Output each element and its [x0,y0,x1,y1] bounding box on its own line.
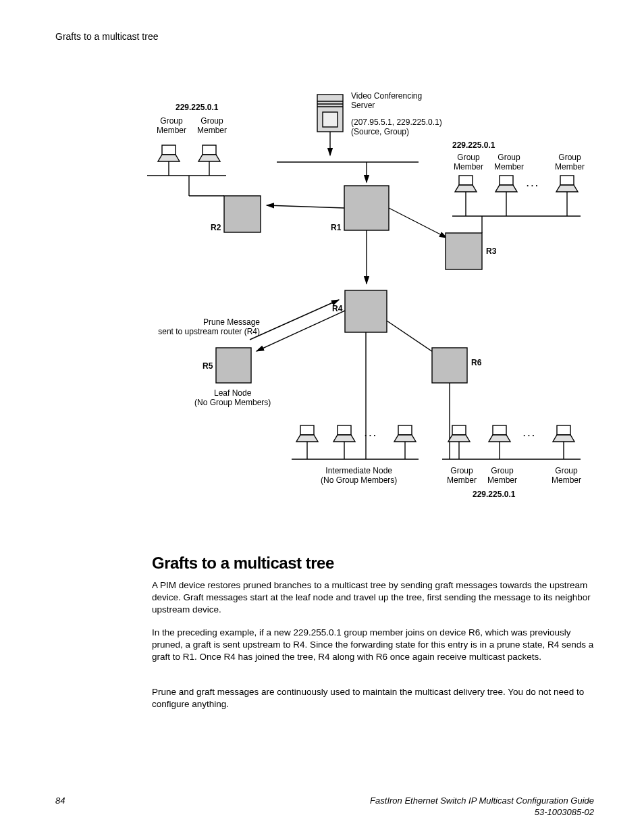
r6-label: R6 [471,358,481,367]
r4-label: R4 [332,304,342,313]
leaf-node: Leaf Node (No Group Members) [194,388,271,408]
r3-label: R3 [486,246,496,256]
svg-rect-29 [345,290,387,332]
group-addr-bottom: 229.225.0.1 [473,490,515,499]
gm-r3: Group Member [555,153,585,172]
section-title: Grafts to a multicast tree [152,554,334,573]
gm-r2: Group Member [494,153,524,172]
pc-r2 [495,176,517,216]
dots-br: . . . [523,429,535,438]
svg-rect-19 [446,233,482,269]
gm-l1: Group Member [157,116,186,136]
group-addr-right: 229.225.0.1 [452,140,495,150]
svg-line-18 [389,208,447,238]
svg-line-33 [387,321,437,355]
r1-label: R1 [331,223,341,232]
svg-rect-22 [459,176,473,185]
pc-left1 [158,145,180,176]
svg-rect-34 [432,348,467,383]
svg-rect-24 [500,176,513,185]
gm-b2: Group Member [487,466,517,486]
gm-b1: Group Member [447,466,477,486]
gm-l2: Group Member [197,116,227,136]
svg-rect-8 [203,145,216,155]
group-addr-left: 229.225.0.1 [176,103,218,112]
r5-label: R5 [203,361,213,371]
footer-docnum: 53-1003085-02 [535,807,594,817]
svg-line-17 [267,205,344,208]
svg-rect-46 [452,425,466,435]
svg-rect-14 [344,186,389,230]
paragraph-2: In the preceding example, if a new 229.2… [152,627,594,664]
footer-guide: FastIron Ethernet Switch IP Multicast Co… [370,796,594,806]
gm-b3: Group Member [552,466,581,486]
r2-label: R2 [211,223,221,232]
pc-left2 [198,145,220,176]
dots-right: . . . [527,179,538,188]
paragraph-3: Prune and graft messages are continuousl… [152,686,594,710]
svg-rect-50 [557,425,570,435]
svg-rect-12 [224,196,261,232]
prune-msg: Prune Message sent to upstream router (R… [152,317,260,337]
inter-node: Intermediate Node (No Group Members) [321,466,397,486]
server-sub: (207.95.5.1, 229.225.0.1) (Source, Group… [351,118,442,137]
footer-right: FastIron Ethernet Switch IP Multicast Co… [370,796,594,818]
server-title: Video Conferencing Server [351,91,422,111]
svg-rect-41 [398,425,412,435]
paragraph-1: A PIM device restores pruned branches to… [152,579,594,617]
svg-rect-37 [300,425,314,435]
gm-r1: Group Member [454,153,483,172]
svg-rect-48 [493,425,506,435]
svg-rect-26 [560,176,574,185]
svg-rect-39 [338,425,351,435]
page-number: 84 [55,796,65,806]
pc-r3 [556,176,578,216]
svg-rect-6 [162,145,176,155]
network-diagram: 229.225.0.1 Group Member Group Member Vi… [135,88,594,527]
dots-mid: . . . [365,429,376,438]
svg-rect-4 [323,112,338,127]
pc-r1 [455,176,477,216]
diagram-svg [135,88,594,527]
svg-rect-32 [216,348,251,383]
page-header: Grafts to a multicast tree [55,31,159,42]
